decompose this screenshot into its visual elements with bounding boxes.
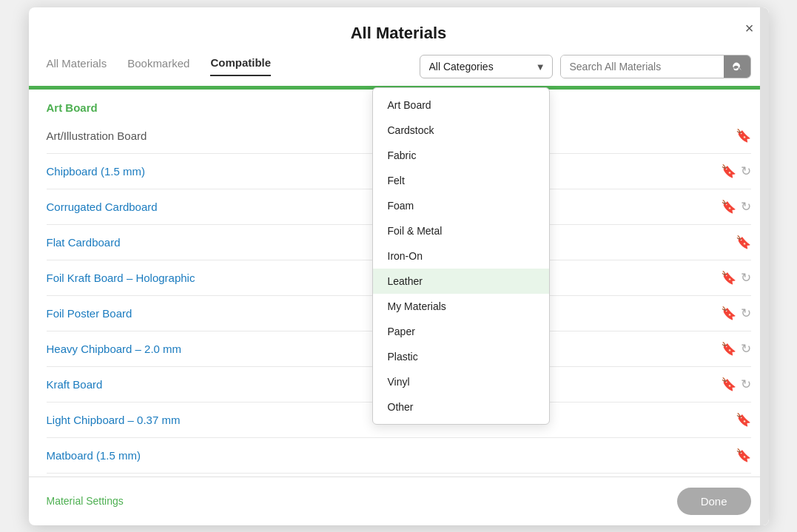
- bookmark-icon[interactable]: 🔖: [721, 270, 736, 286]
- dropdown-item-foil-metal[interactable]: Foil & Metal: [373, 218, 549, 243]
- tabs-bar: All Materials Bookmarked Compatible All …: [29, 43, 769, 78]
- material-settings-link[interactable]: Material Settings: [47, 495, 124, 507]
- bookmark-icon[interactable]: 🔖: [721, 164, 736, 179]
- row-actions: 🔖: [736, 235, 751, 250]
- refresh-icon[interactable]: ↻: [741, 199, 751, 215]
- dropdown-item-fabric[interactable]: Fabric: [373, 143, 549, 168]
- dropdown-item-iron-on[interactable]: Iron-On: [373, 243, 549, 269]
- done-button[interactable]: Done: [677, 488, 751, 515]
- bookmark-icon[interactable]: 🔖: [736, 235, 751, 250]
- row-actions: 🔖 ↻: [721, 164, 751, 179]
- refresh-icon[interactable]: ↻: [741, 377, 751, 392]
- dropdown-item-foam[interactable]: Foam: [373, 193, 549, 218]
- refresh-icon[interactable]: ↻: [741, 270, 751, 286]
- bookmark-icon[interactable]: 🔖: [721, 341, 736, 357]
- modal: All Materials × All Materials Bookmarked…: [29, 7, 769, 525]
- refresh-icon[interactable]: ↻: [741, 306, 751, 321]
- dropdown-item-felt[interactable]: Felt: [373, 168, 549, 193]
- dropdown-item-plastic[interactable]: Plastic: [373, 344, 549, 369]
- material-name[interactable]: Matboard (1.5 mm): [47, 449, 736, 462]
- table-row: Matboard (1.5 mm) 🔖: [47, 438, 751, 474]
- row-actions: 🔖 ↻: [721, 341, 751, 357]
- bookmark-icon[interactable]: 🔖: [736, 448, 751, 463]
- refresh-icon[interactable]: ↻: [741, 341, 751, 357]
- category-select-wrapper: All Categories Art Board Cardstock Fabri…: [420, 55, 553, 78]
- bookmark-icon[interactable]: 🔖: [736, 412, 751, 428]
- bookmark-icon[interactable]: 🔖: [721, 199, 736, 215]
- tab-bookmarked[interactable]: Bookmarked: [127, 57, 189, 75]
- dropdown-item-my-materials[interactable]: My Materials: [373, 294, 549, 319]
- dropdown-item-other[interactable]: Other: [373, 394, 549, 420]
- search-icon: [731, 61, 743, 73]
- row-actions: 🔖 ↻: [721, 377, 751, 392]
- dropdown-item-vinyl[interactable]: Vinyl: [373, 369, 549, 394]
- dropdown-item-leather[interactable]: Leather: [373, 269, 549, 294]
- row-actions: 🔖 ↻: [721, 270, 751, 286]
- category-dropdown: Art Board Cardstock Fabric Felt Foam Foi…: [372, 87, 550, 425]
- close-button[interactable]: ×: [745, 21, 754, 36]
- filter-search-row: All Categories Art Board Cardstock Fabri…: [420, 55, 751, 78]
- modal-header: All Materials ×: [29, 7, 769, 43]
- dropdown-item-artboard[interactable]: Art Board: [373, 92, 549, 118]
- category-select[interactable]: All Categories Art Board Cardstock Fabri…: [420, 55, 553, 78]
- bookmark-icon[interactable]: 🔖: [736, 128, 751, 144]
- search-button[interactable]: [724, 55, 750, 78]
- dropdown-item-paper[interactable]: Paper: [373, 319, 549, 344]
- footer: Material Settings Done: [29, 477, 769, 525]
- dropdown-item-cardstock[interactable]: Cardstock: [373, 118, 549, 143]
- row-actions: 🔖: [736, 128, 751, 144]
- search-wrapper: [560, 55, 751, 78]
- bookmark-icon[interactable]: 🔖: [721, 306, 736, 321]
- tab-compatible[interactable]: Compatible: [210, 56, 271, 76]
- search-input[interactable]: [561, 55, 724, 78]
- row-actions: 🔖 ↻: [721, 306, 751, 321]
- row-actions: 🔖: [736, 412, 751, 428]
- row-actions: 🔖 ↻: [721, 199, 751, 215]
- bookmark-icon[interactable]: 🔖: [721, 377, 736, 392]
- refresh-icon[interactable]: ↻: [741, 164, 751, 179]
- row-actions: 🔖: [736, 448, 751, 463]
- tab-all-materials[interactable]: All Materials: [47, 57, 107, 75]
- modal-title: All Materials: [351, 24, 447, 43]
